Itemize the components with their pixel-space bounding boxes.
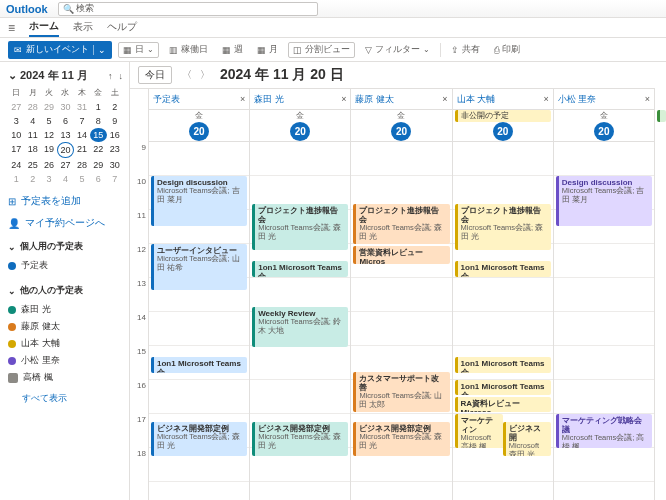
print-button[interactable]: ⎙印刷 (490, 42, 524, 57)
mini-day-cell[interactable]: 8 (90, 114, 106, 128)
mini-day-cell[interactable]: 22 (90, 142, 106, 158)
mini-day-cell[interactable]: 10 (8, 128, 24, 142)
mini-day-cell[interactable]: 9 (107, 114, 123, 128)
calendar-event[interactable]: マーケティンMicrosoft 高橋 楓 (455, 414, 503, 448)
calendar-event[interactable]: 1on1 Microsoft Teams会 (455, 261, 551, 277)
show-all-calendars-link[interactable]: すべて表示 (22, 392, 123, 405)
mini-day-cell[interactable]: 31 (74, 100, 90, 114)
mini-day-cell[interactable]: 29 (90, 158, 106, 172)
mini-day-cell[interactable]: 2 (107, 100, 123, 114)
mini-day-cell[interactable]: 15 (90, 128, 106, 142)
mini-day-cell[interactable]: 25 (24, 158, 40, 172)
calendar-item-other[interactable]: 藤原 健太 (8, 318, 123, 335)
time-slot[interactable] (351, 278, 451, 312)
time-slot[interactable] (554, 278, 654, 312)
calendar-event[interactable]: ユーザーインタビューMicrosoft Teams会議; 山田 祐希 (151, 244, 247, 290)
add-calendar-link[interactable]: ⊞予定表を追加 (8, 194, 123, 208)
calendar-event[interactable]: 営業資料レビュー Micros (353, 246, 449, 264)
close-icon[interactable]: × (341, 94, 346, 104)
time-slot[interactable] (453, 278, 553, 312)
mini-day-cell[interactable]: 1 (8, 172, 24, 186)
time-slot[interactable] (351, 312, 451, 346)
mini-day-cell[interactable]: 30 (57, 100, 73, 114)
calendar-event[interactable]: 1on1 Microsoft Teams会 (455, 380, 551, 395)
time-slot[interactable] (554, 244, 654, 278)
mini-day-cell[interactable]: 11 (24, 128, 40, 142)
calendar-event[interactable]: プロジェクト進捗報告会Microsoft Teams会議; 森田 光 (455, 204, 551, 250)
chevron-down-icon[interactable]: ⌄ (93, 45, 106, 55)
calendar-event[interactable]: マーケティング戦略会議Microsoft Teams会議; 高橋 楓 (556, 414, 652, 448)
calendar-item-personal[interactable]: 予定表 (8, 257, 123, 274)
time-slot[interactable] (554, 448, 654, 482)
view-month-button[interactable]: ▦月 (253, 42, 282, 57)
mini-calendar[interactable]: 2728293031123456789101112131415161718192… (8, 100, 123, 186)
close-icon[interactable]: × (645, 94, 650, 104)
mini-day-cell[interactable]: 23 (107, 142, 123, 158)
mini-day-cell[interactable]: 21 (74, 142, 90, 158)
time-slot[interactable] (554, 380, 654, 414)
calendar-event[interactable]: Weekly ReviewMicrosoft Teams会議; 鈴木 大地 (252, 307, 348, 347)
column-header[interactable]: 予定表× (149, 88, 249, 110)
mini-day-cell[interactable]: 1 (90, 100, 106, 114)
mini-day-cell[interactable]: 18 (24, 142, 40, 158)
time-slots[interactable]: プロジェクト進捗報告会Microsoft Teams会議; 森田 光1on1 M… (453, 142, 553, 482)
mini-day-cell[interactable]: 24 (8, 158, 24, 172)
calendar-event[interactable]: ビジネス開Microsoft 森田 光 (503, 422, 551, 456)
calendar-event[interactable]: RA資料レビュー Microso (455, 397, 551, 412)
share-button[interactable]: ⇪共有 (447, 42, 484, 57)
calendar-event[interactable]: ビジネス開発部定例Microsoft Teams会議; 森田 光 (353, 422, 449, 456)
mini-day-cell[interactable]: 5 (74, 172, 90, 186)
calendar-item-other[interactable]: 高橋 楓 (8, 369, 123, 386)
mini-day-cell[interactable]: 30 (107, 158, 123, 172)
time-slot[interactable] (250, 346, 350, 380)
time-slots[interactable]: プロジェクト進捗報告会Microsoft Teams会議; 森田 光営業資料レビ… (351, 142, 451, 482)
mini-day-cell[interactable]: 3 (8, 114, 24, 128)
calendar-event[interactable]: 1on1 Microsoft Teams会 (151, 357, 247, 373)
filter-button[interactable]: ▽フィルター⌄ (361, 42, 434, 57)
today-button[interactable]: 今日 (138, 66, 172, 84)
day-number[interactable]: 20 (391, 122, 411, 141)
prev-day-button[interactable]: 〈 (182, 68, 192, 82)
mini-day-cell[interactable]: 12 (41, 128, 57, 142)
tab-help[interactable]: ヘルプ (107, 20, 137, 36)
my-bookings-link[interactable]: 👤マイ予約ページへ (8, 216, 123, 230)
calendar-event[interactable]: ビジネス開発部定例Microsoft Teams会議; 森田 光 (151, 422, 247, 456)
view-workweek-button[interactable]: ▥稼働日 (165, 42, 212, 57)
mini-day-cell[interactable]: 28 (24, 100, 40, 114)
time-slot[interactable] (149, 312, 249, 346)
mini-day-cell[interactable]: 6 (90, 172, 106, 186)
mini-day-cell[interactable]: 7 (107, 172, 123, 186)
mini-day-cell[interactable]: 26 (41, 158, 57, 172)
mini-day-cell[interactable]: 28 (74, 158, 90, 172)
time-slot[interactable] (250, 142, 350, 176)
day-number[interactable]: 20 (493, 122, 513, 141)
calendar-event[interactable]: プロジェクト進捗報告会Microsoft Teams会議; 森田 光 (353, 204, 449, 244)
day-number[interactable]: 20 (594, 122, 614, 141)
time-slots[interactable]: Design discussionMicrosoft Teams会議; 吉田 菜… (554, 142, 654, 482)
mini-day-cell[interactable]: 6 (57, 114, 73, 128)
next-month-button[interactable]: ↓ (119, 71, 124, 81)
time-slot[interactable] (554, 312, 654, 346)
mini-day-cell[interactable]: 14 (74, 128, 90, 142)
mini-day-cell[interactable]: 20 (57, 142, 73, 158)
calendar-event[interactable]: 1on1 Microsoft Teams会 (252, 261, 348, 277)
column-header[interactable]: 森田 光× (250, 88, 350, 110)
calendar-event[interactable]: プロジェクト進捗報告会Microsoft Teams会議; 森田 光 (252, 204, 348, 250)
hamburger-icon[interactable]: ≡ (8, 21, 15, 35)
allday-event[interactable]: 非公開の予定 (455, 110, 551, 122)
time-slot[interactable] (554, 346, 654, 380)
mini-day-cell[interactable]: 13 (57, 128, 73, 142)
calendar-event[interactable]: ビジネス開発部定例Microsoft Teams会議; 森田 光 (252, 422, 348, 456)
mini-day-cell[interactable]: 3 (41, 172, 57, 186)
time-slot[interactable] (149, 380, 249, 414)
column-header[interactable]: 小松 里奈× (554, 88, 654, 110)
calendar-item-other[interactable]: 森田 光 (8, 301, 123, 318)
personal-calendars-header[interactable]: ⌄個人用の予定表 (8, 240, 123, 253)
calendar-event[interactable]: カスタマーサポート改善Microsoft Teams会議; 山田 太郎 (353, 372, 449, 412)
column-header[interactable]: 藤原 健太× (351, 88, 451, 110)
time-slot[interactable] (554, 142, 654, 176)
calendar-event[interactable]: Design discussionMicrosoft Teams会議; 吉田 菜… (556, 176, 652, 226)
time-slots[interactable]: Design discussionMicrosoft Teams会議; 吉田 菜… (149, 142, 249, 482)
mini-day-cell[interactable]: 16 (107, 128, 123, 142)
calendar-event[interactable]: 1on1 Microsoft Teams会 (455, 357, 551, 373)
